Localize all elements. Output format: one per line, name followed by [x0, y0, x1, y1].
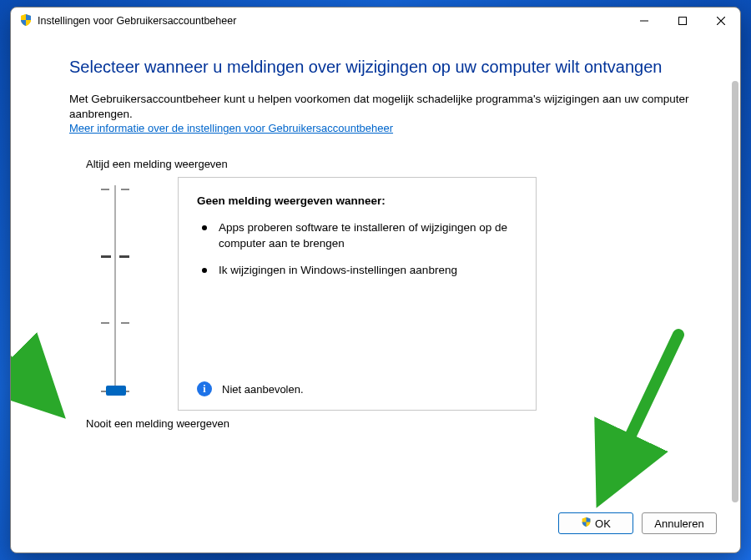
shield-icon [581, 517, 592, 530]
slider-top-label: Altijd een melding weergeven [86, 158, 700, 170]
info-bullet: Apps proberen software te installeren of… [202, 220, 517, 250]
notification-slider[interactable] [69, 177, 161, 411]
shield-icon [19, 13, 33, 29]
uac-settings-window: Instellingen voor Gebruikersaccountbehee… [10, 7, 741, 553]
learn-more-link[interactable]: Meer informatie over de instellingen voo… [69, 122, 393, 134]
info-bullet-list: Apps proberen software te installeren of… [202, 220, 517, 290]
slider-bottom-label: Nooit een melding weergeven [86, 417, 700, 430]
info-panel: Geen melding weergeven wanneer: Apps pro… [178, 177, 537, 411]
client-area: Selecteer wanneer u meldingen over wijzi… [11, 34, 740, 552]
info-bullet: Ik wijzigingen in Windows-instellingen a… [202, 263, 517, 278]
window-controls [625, 8, 740, 34]
info-title: Geen melding weergeven wanneer: [197, 194, 517, 207]
slider-track [114, 185, 116, 394]
ok-button[interactable]: OK [558, 512, 633, 534]
cancel-button[interactable]: Annuleren [642, 512, 717, 534]
page-heading: Selecteer wanneer u meldingen over wijzi… [69, 58, 700, 77]
minimize-button[interactable] [625, 8, 663, 34]
ok-button-label: OK [595, 517, 611, 530]
title-bar: Instellingen voor Gebruikersaccountbehee… [11, 8, 740, 34]
window-title: Instellingen voor Gebruikersaccountbehee… [38, 15, 236, 27]
info-icon: i [197, 381, 212, 396]
slider-thumb[interactable] [106, 386, 126, 396]
maximize-button[interactable] [663, 8, 702, 34]
intro-text: Met Gebruikersaccountbeheer kunt u helpe… [69, 92, 700, 122]
recommendation-text: Niet aanbevolen. [222, 383, 304, 396]
svg-rect-0 [679, 18, 687, 25]
close-button[interactable] [702, 8, 740, 34]
dialog-buttons: OK Annuleren [558, 512, 717, 534]
vertical-scrollbar[interactable] [732, 81, 738, 502]
cancel-button-label: Annuleren [654, 517, 703, 530]
